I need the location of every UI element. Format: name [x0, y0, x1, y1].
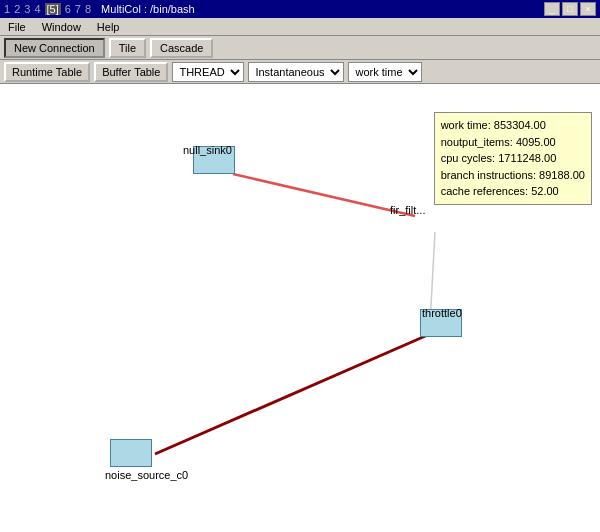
restore-button[interactable]: □ [562, 2, 578, 16]
tab-num-2[interactable]: 2 [14, 3, 20, 15]
svg-line-0 [233, 174, 415, 216]
tab-num-5[interactable]: [5] [45, 3, 61, 15]
menu-window[interactable]: Window [38, 20, 85, 34]
title-bar-right: _ □ × [544, 2, 596, 16]
timing-select[interactable]: Instantaneous [248, 62, 344, 82]
menu-help[interactable]: Help [93, 20, 124, 34]
cpu-cycles-label: cpu cycles: [441, 152, 498, 164]
toolbar: New Connection Tile Cascade [0, 36, 600, 60]
tab-num-1[interactable]: 1 [4, 3, 10, 15]
tab-num-7[interactable]: 7 [75, 3, 81, 15]
output-items-value: 4095.00 [516, 136, 556, 148]
tab-num-8[interactable]: 8 [85, 3, 91, 15]
cache-references-label: cache references: [441, 185, 532, 197]
tab-bar: Runtime Table Buffer Table THREAD Instan… [0, 60, 600, 84]
new-connection-button[interactable]: New Connection [4, 38, 105, 58]
menu-file[interactable]: File [4, 20, 30, 34]
output-items-label: noutput_items: [441, 136, 516, 148]
tab-num-3[interactable]: 3 [24, 3, 30, 15]
info-branch-instructions: branch instructions: 89188.00 [441, 167, 585, 184]
info-cpu-cycles: cpu cycles: 1711248.00 [441, 150, 585, 167]
branch-instructions-value: 89188.00 [539, 169, 585, 181]
window-title: MultiCol : /bin/bash [101, 3, 195, 15]
title-bar: 1 2 3 4 [5] 6 7 8 MultiCol : /bin/bash _… [0, 0, 600, 18]
info-box: work time: 853304.00 noutput_items: 4095… [434, 112, 592, 205]
title-bar-left: 1 2 3 4 [5] 6 7 8 MultiCol : /bin/bash [4, 3, 195, 15]
null-sink-label: null_sink0 [183, 144, 232, 156]
svg-line-1 [155, 334, 430, 454]
cpu-cycles-value: 1711248.00 [498, 152, 556, 164]
buffer-table-tab[interactable]: Buffer Table [94, 62, 168, 82]
info-work-time: work time: 853304.00 [441, 117, 585, 134]
tab-num-6[interactable]: 6 [65, 3, 71, 15]
tab-num-4[interactable]: 4 [34, 3, 40, 15]
thread-select[interactable]: THREAD [172, 62, 244, 82]
work-time-label: work time: [441, 119, 494, 131]
noise-source-label: noise_source_c0 [105, 469, 188, 481]
metric-select[interactable]: work time [348, 62, 422, 82]
cascade-button[interactable]: Cascade [150, 38, 213, 58]
throttle-node[interactable]: throttle0 [420, 309, 462, 337]
work-time-value: 853304.00 [494, 119, 546, 131]
fir-filter-label: fir_filt... [390, 204, 425, 216]
runtime-table-tab[interactable]: Runtime Table [4, 62, 90, 82]
menu-bar: File Window Help [0, 18, 600, 36]
noise-source-node[interactable]: noise_source_c0 [110, 439, 152, 467]
throttle-label: throttle0 [422, 307, 462, 319]
info-output-items: noutput_items: 4095.00 [441, 134, 585, 151]
tile-button[interactable]: Tile [109, 38, 146, 58]
close-button[interactable]: × [580, 2, 596, 16]
cache-references-value: 52.00 [531, 185, 559, 197]
null-sink-node[interactable]: null_sink0 [193, 146, 235, 174]
branch-instructions-label: branch instructions: [441, 169, 539, 181]
minimize-button[interactable]: _ [544, 2, 560, 16]
main-canvas: fir_filt... null_sink0 throttle0 noise_s… [0, 84, 600, 532]
info-cache-references: cache references: 52.00 [441, 183, 585, 200]
